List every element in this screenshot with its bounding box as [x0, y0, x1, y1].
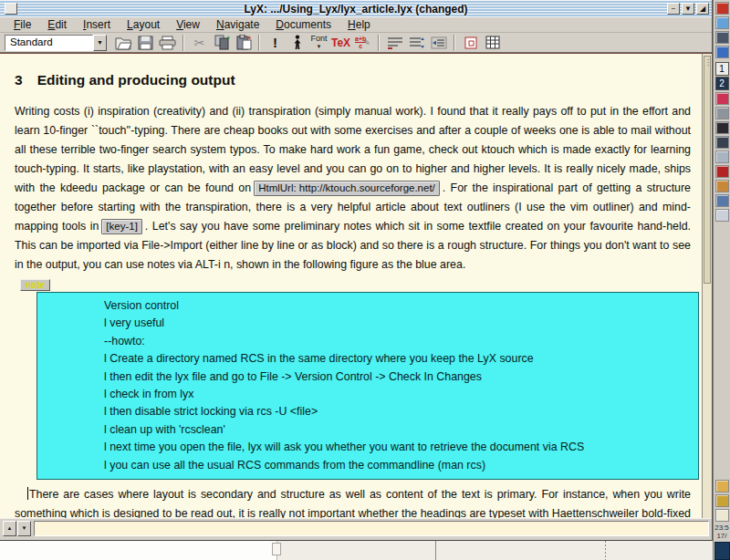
depth-lines-icon [387, 36, 403, 49]
menu-file[interactable]: File [5, 18, 39, 32]
panel-icon-x-app[interactable] [715, 121, 729, 134]
clock-time: 23:5 [714, 524, 729, 532]
clock-date: 17/ [716, 532, 726, 540]
printer-icon [159, 36, 176, 50]
save-floppy-icon [138, 36, 153, 50]
background-window-fragment [276, 541, 713, 560]
note-line: l clean up with 'rcsclean' [104, 421, 693, 439]
panel-icon-blue-app[interactable] [715, 16, 729, 29]
paste-button[interactable]: + [233, 34, 254, 52]
pager-desktop-1[interactable]: 1 [715, 62, 729, 76]
note-line: Version control [104, 297, 693, 315]
paragraph-style-combo[interactable]: Standard ▼ [5, 35, 107, 51]
panel-icon-red-dot[interactable] [715, 165, 729, 178]
paragraph-1[interactable]: Writing costs (i) inspiration (creativit… [15, 102, 691, 275]
menu-help[interactable]: Help [339, 18, 379, 32]
note-line: l Create a directory named RCS in the sa… [104, 350, 693, 368]
panel-clock: 23:5 17/ [714, 524, 729, 540]
panel-icon-pen[interactable] [715, 180, 729, 192]
panel-icon-heart[interactable] [715, 92, 729, 105]
shade-button[interactable]: ▼ [682, 3, 694, 15]
paste-icon: + [235, 35, 252, 50]
paragraph-2[interactable]: There are cases where layout is secondar… [15, 485, 691, 518]
note-inset-tag[interactable]: note [20, 279, 50, 291]
menu-insert[interactable]: Insert [75, 18, 119, 32]
toolbar-separator [378, 35, 380, 51]
panel-icon-dark-app[interactable] [715, 31, 729, 44]
htmlurl-inset[interactable]: HtmlUrl: http://ktouch.sourceforge.net/ [254, 181, 440, 196]
minibuffer-up-button[interactable]: ▲ [3, 521, 16, 536]
menu-view[interactable]: View [168, 18, 208, 32]
panel-icon-gray-app[interactable] [715, 107, 729, 119]
free-font-button[interactable]: Font ▼ [308, 34, 329, 52]
background-window-edge [605, 541, 606, 560]
depth-arrows-icon [409, 36, 425, 49]
open-button[interactable] [113, 34, 134, 52]
noun-style-button[interactable] [287, 34, 308, 52]
minibuffer-down-button[interactable]: ▼ [17, 521, 31, 536]
document-canvas[interactable]: 3Editing and producing output Writing co… [0, 54, 702, 518]
copy-button[interactable]: + [211, 34, 232, 52]
print-button[interactable] [157, 34, 178, 52]
note-box[interactable]: Version control l very useful --howto: l… [36, 292, 699, 480]
section-title: Editing and producing output [37, 72, 235, 88]
title-bar[interactable]: LyX: .../Using_Lyx/lyx_article.lyx (chan… [0, 0, 712, 17]
panel-icon-person[interactable] [715, 194, 729, 207]
menu-edit[interactable]: Edit [39, 18, 75, 32]
panel-icon-clipboard[interactable] [715, 150, 729, 163]
panel-icon-clock-app[interactable] [715, 509, 729, 522]
desktop-screen: LyX: .../Using_Lyx/lyx_article.lyx (chan… [0, 0, 730, 560]
menu-documents[interactable]: Documents [267, 18, 339, 32]
lyx-window: LyX: .../Using_Lyx/lyx_article.lyx (chan… [0, 0, 713, 541]
paragraph-style-value[interactable]: Standard [5, 35, 93, 51]
tex-icon: TeX [331, 36, 350, 49]
menu-navigate[interactable]: Navigate [208, 18, 267, 32]
panel-icon-swirl-app[interactable] [715, 46, 729, 58]
minibuffer-input[interactable] [34, 521, 709, 536]
window-title: LyX: .../Using_Lyx/lyx_article.lyx (chan… [0, 3, 712, 16]
menu-layout[interactable]: Layout [119, 18, 168, 32]
note-line: l then disable strict locking via rcs -U… [104, 403, 693, 420]
minibuffer-bar: ▲ ▼ [0, 518, 712, 537]
insert-figure-button[interactable] [460, 34, 481, 52]
vertical-scrollbar[interactable] [702, 54, 712, 518]
person-icon [292, 35, 303, 50]
document-workarea[interactable]: 3Editing and producing output Writing co… [0, 53, 712, 518]
increase-depth-button[interactable] [428, 34, 449, 52]
note-line: l very useful [104, 315, 693, 332]
resize-button[interactable]: ◢ [696, 3, 709, 15]
save-button[interactable] [135, 34, 156, 52]
panel-icon-shell[interactable] [715, 494, 729, 507]
insert-tex-button[interactable]: TeX [330, 34, 351, 52]
scrollbar-thumb[interactable] [704, 56, 711, 284]
insert-table-button[interactable] [482, 34, 503, 52]
cut-button[interactable]: ✂ [189, 34, 210, 52]
note-line: --howto: [104, 333, 693, 350]
figure-icon [464, 36, 477, 49]
decrease-depth-button[interactable] [384, 34, 405, 52]
text-cursor [27, 487, 28, 500]
panel-bottom-icon[interactable] [714, 542, 730, 560]
citation-key-inset[interactable]: [key-1] [101, 219, 142, 234]
math-mode-button[interactable]: a+b c ✎ [352, 34, 373, 52]
panel-icon-red-app[interactable] [715, 2, 729, 15]
svg-text:+: + [247, 35, 251, 41]
change-depth-button[interactable] [406, 34, 427, 52]
panel-icon-terminal[interactable] [715, 136, 729, 149]
emphasize-button[interactable]: ! [265, 34, 286, 52]
background-window-edge [435, 541, 436, 560]
panel-util-icons [715, 478, 729, 522]
paragraph-text: There are cases where layout is secondar… [15, 488, 691, 518]
pencil-icon: ✎ [363, 38, 370, 47]
note-line: l then edit the lyx file and go to File … [104, 368, 693, 386]
panel-icon-light-app[interactable] [715, 209, 729, 222]
panel-icon-folder[interactable] [715, 480, 729, 493]
toolbar-separator [258, 35, 260, 51]
scissors-icon: ✂ [194, 36, 205, 50]
combo-dropdown-icon[interactable]: ▼ [93, 35, 107, 51]
font-icon: Font ▼ [310, 35, 327, 50]
pager-desktop-2[interactable]: 2 [715, 77, 729, 90]
window-menu-button[interactable] [5, 3, 17, 15]
minimize-button[interactable]: − [667, 3, 680, 15]
open-folder-icon [115, 36, 132, 50]
